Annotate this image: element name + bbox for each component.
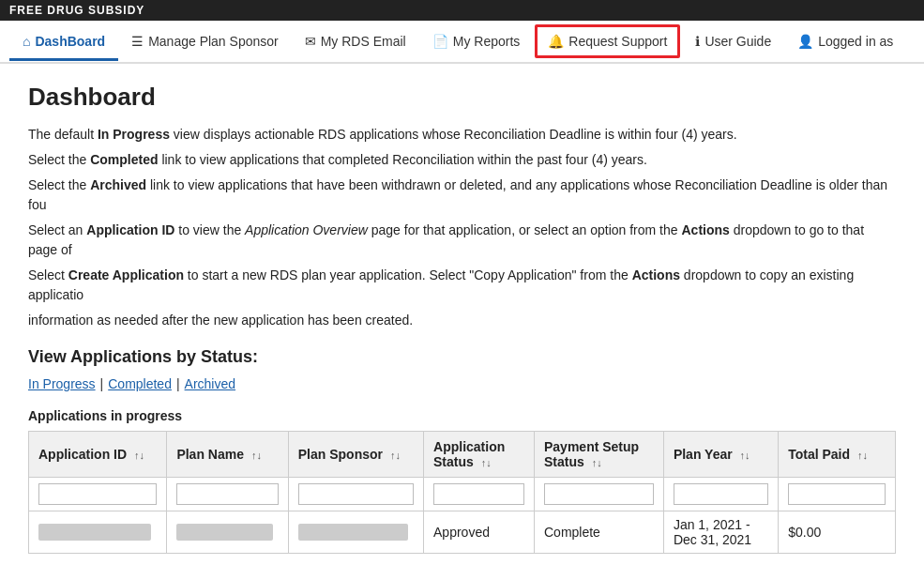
filter-application-id[interactable] xyxy=(29,478,167,511)
sort-plan-year[interactable]: ↑↓ xyxy=(740,450,750,461)
filter-plan-year[interactable] xyxy=(663,478,778,511)
col-plan-name-label: Plan Name xyxy=(176,447,244,462)
info-icon: ℹ xyxy=(695,34,700,49)
filter-input-plan-name[interactable] xyxy=(176,483,278,505)
nav-guide-label: User Guide xyxy=(704,34,771,49)
col-application-status-label: ApplicationStatus xyxy=(433,439,505,469)
sep-2: | xyxy=(176,376,180,391)
desc-archived: Select the Archived link to view applica… xyxy=(28,176,896,215)
nav-manage-plan-sponsor[interactable]: ☰ Manage Plan Sponsor xyxy=(118,24,292,61)
list-icon: ☰ xyxy=(131,34,144,49)
filter-input-total-paid[interactable] xyxy=(788,483,886,505)
col-payment-setup-status[interactable]: Payment SetupStatus ↑↓ xyxy=(534,432,663,478)
col-total-paid[interactable]: Total Paid ↑↓ xyxy=(779,432,896,478)
sort-payment-setup[interactable]: ↑↓ xyxy=(592,457,602,468)
nav-my-rds-email[interactable]: ✉ My RDS Email xyxy=(292,24,419,61)
col-plan-year[interactable]: Plan Year ↑↓ xyxy=(663,432,778,478)
nav-user-guide[interactable]: ℹ User Guide xyxy=(682,24,784,61)
bold-app-id: Application ID xyxy=(86,222,174,237)
filter-input-application-status[interactable] xyxy=(433,483,524,505)
blurred-application-id xyxy=(38,524,151,541)
bold-actions-1: Actions xyxy=(681,222,729,237)
top-bar: FREE DRUG SUBSIDY xyxy=(0,0,924,21)
app-title: FREE DRUG SUBSIDY xyxy=(9,4,144,17)
user-icon: 👤 xyxy=(797,34,813,49)
sep-1: | xyxy=(100,376,104,391)
reports-icon: 📄 xyxy=(432,34,448,49)
section-title: View Applications by Status: xyxy=(28,347,896,367)
col-application-id-label: Application ID xyxy=(38,447,127,462)
payment-setup-status-value: Complete xyxy=(544,525,600,540)
sort-plan-name[interactable]: ↑↓ xyxy=(251,450,262,461)
filter-input-plan-sponsor[interactable] xyxy=(298,483,414,505)
cell-plan-name xyxy=(167,511,288,554)
status-link-archived[interactable]: Archived xyxy=(185,376,235,391)
status-links: In Progress | Completed | Archived xyxy=(28,376,896,391)
filter-total-paid[interactable] xyxy=(779,478,896,511)
total-paid-value: $0.00 xyxy=(788,525,821,540)
table-filter-row xyxy=(29,478,896,511)
nav-loggedin-label: Logged in as xyxy=(818,34,893,49)
bold-in-progress: In Progress xyxy=(98,127,170,142)
filter-plan-name[interactable] xyxy=(167,478,288,511)
filter-plan-sponsor[interactable] xyxy=(288,478,423,511)
blurred-plan-sponsor xyxy=(298,524,408,541)
cell-application-status: Approved xyxy=(424,511,535,554)
bold-actions-2: Actions xyxy=(632,267,680,282)
applications-label: Applications in progress xyxy=(28,408,896,423)
italic-app-overview: Application Overview xyxy=(245,222,368,237)
nav-dashboard-label: DashBoard xyxy=(35,34,105,49)
bold-create-app: Create Application xyxy=(68,267,184,282)
col-plan-name[interactable]: Plan Name ↑↓ xyxy=(167,432,288,478)
col-total-paid-label: Total Paid xyxy=(788,447,850,462)
filter-application-status[interactable] xyxy=(424,478,535,511)
desc-in-progress: The default In Progress view displays ac… xyxy=(28,125,896,145)
blurred-plan-name xyxy=(176,524,273,541)
nav-dashboard[interactable]: ⌂ DashBoard xyxy=(9,24,118,61)
nav-request-support[interactable]: 🔔 Request Support xyxy=(535,24,680,58)
main-content: Dashboard The default In Progress view d… xyxy=(0,64,924,572)
table-header-row: Application ID ↑↓ Plan Name ↑↓ Plan Spon… xyxy=(29,432,896,478)
bold-completed: Completed xyxy=(90,152,158,167)
support-icon: 🔔 xyxy=(548,34,564,49)
plan-year-value: Jan 1, 2021 -Dec 31, 2021 xyxy=(674,517,751,547)
nav-reports-label: My Reports xyxy=(453,34,521,49)
col-application-status[interactable]: ApplicationStatus ↑↓ xyxy=(424,432,535,478)
filter-input-plan-year[interactable] xyxy=(674,483,768,505)
navigation: ⌂ DashBoard ☰ Manage Plan Sponsor ✉ My R… xyxy=(0,21,924,64)
col-plan-year-label: Plan Year xyxy=(674,447,733,462)
cell-payment-setup-status: Complete xyxy=(534,511,663,554)
filter-payment-setup-status[interactable] xyxy=(534,478,663,511)
bold-archived: Archived xyxy=(90,177,146,192)
page-title: Dashboard xyxy=(28,83,896,112)
desc-app-id: Select an Application ID to view the App… xyxy=(28,221,896,260)
email-icon: ✉ xyxy=(305,34,316,49)
cell-application-id xyxy=(29,511,167,554)
application-status-value: Approved xyxy=(433,525,490,540)
home-icon: ⌂ xyxy=(23,34,30,49)
cell-plan-sponsor xyxy=(288,511,423,554)
cell-plan-year: Jan 1, 2021 -Dec 31, 2021 xyxy=(663,511,778,554)
filter-input-application-id[interactable] xyxy=(38,483,157,505)
sort-application-id[interactable]: ↑↓ xyxy=(134,450,144,461)
sort-plan-sponsor[interactable]: ↑↓ xyxy=(390,450,401,461)
status-link-in-progress[interactable]: In Progress xyxy=(28,376,96,391)
nav-my-reports[interactable]: 📄 My Reports xyxy=(419,24,534,61)
table-row: Approved Complete Jan 1, 2021 -Dec 31, 2… xyxy=(29,511,896,554)
status-link-completed[interactable]: Completed xyxy=(108,376,172,391)
filter-input-payment-setup-status[interactable] xyxy=(544,483,654,505)
desc-create-app: Select Create Application to start a new… xyxy=(28,266,896,305)
desc-completed: Select the Completed link to view applic… xyxy=(28,150,896,170)
sort-application-status[interactable]: ↑↓ xyxy=(481,457,492,468)
col-application-id[interactable]: Application ID ↑↓ xyxy=(29,432,167,478)
sort-total-paid[interactable]: ↑↓ xyxy=(857,450,868,461)
desc-after-create: information as needed after the new appl… xyxy=(28,311,896,330)
nav-email-label: My RDS Email xyxy=(321,34,406,49)
nav-manage-label: Manage Plan Sponsor xyxy=(148,34,279,49)
nav-logged-in[interactable]: 👤 Logged in as xyxy=(784,24,906,61)
cell-total-paid: $0.00 xyxy=(779,511,896,554)
col-plan-sponsor-label: Plan Sponsor xyxy=(298,447,383,462)
col-plan-sponsor[interactable]: Plan Sponsor ↑↓ xyxy=(288,432,423,478)
nav-support-label: Request Support xyxy=(568,34,667,49)
applications-table: Application ID ↑↓ Plan Name ↑↓ Plan Spon… xyxy=(28,431,896,554)
